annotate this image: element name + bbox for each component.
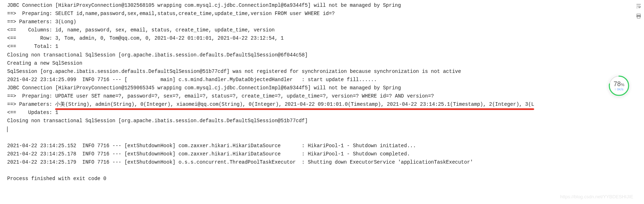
param-prefix: ==> Parameters: [7,101,55,107]
highlighted-log-line: ==> Parameters: 小美(String), admin(String… [7,100,637,109]
log-line: SqlSession [org.apache.ibatis.session.de… [7,68,637,76]
svg-rect-4 [637,16,640,18]
log-line: <== Columns: id, name, password, sex, em… [7,26,637,34]
text-cursor [7,126,8,132]
log-line: Closing non transactional SqlSession [or… [7,51,637,59]
log-line: ==> Preparing: UPDATE user SET name=?, p… [7,92,637,100]
text-cursor-line[interactable] [7,125,637,133]
log-line: <== Total: 1 [7,43,637,51]
log-line: JDBC Connection [HikariProxyConnection@1… [7,84,637,92]
log-line: ==> Parameters: 3(Long) [7,18,637,26]
right-toolbar [635,3,642,19]
log-line: Process finished with exit code 0 [7,175,637,183]
highlighted-params: 小美(String), admin(String), 0(Integer), x… [55,100,534,109]
log-line: <== Row: 3, Tom, admin, 0, Tom@qq.com, 0… [7,34,637,43]
log-line: JDBC Connection [HikariProxyConnection@1… [7,1,637,10]
log-line: Closing non transactional SqlSession [or… [7,117,637,125]
console-output[interactable]: JDBC Connection [HikariProxyConnection@1… [7,1,637,183]
progress-ring [608,75,630,96]
log-line: ==> Preparing: SELECT id,name,password,s… [7,10,637,18]
log-line [7,134,637,142]
print-icon[interactable] [635,13,642,19]
log-line: Creating a new SqlSession [7,59,637,68]
log-line: 2021-04-22 23:14:25.152 INFO 7716 --- [e… [7,142,637,150]
svg-rect-2 [637,14,640,15]
log-line: 2021-04-22 23:14:25.179 INFO 7716 --- [e… [7,158,637,166]
speed-badge[interactable]: 78% ↑ 0K/s [608,75,630,96]
log-line: 2021-04-22 23:14:25.099 INFO 7716 --- [ … [7,76,637,84]
log-line: 2021-04-22 23:14:25.178 INFO 7716 --- [e… [7,150,637,158]
log-line [7,166,637,175]
soft-wrap-icon[interactable] [635,3,642,9]
